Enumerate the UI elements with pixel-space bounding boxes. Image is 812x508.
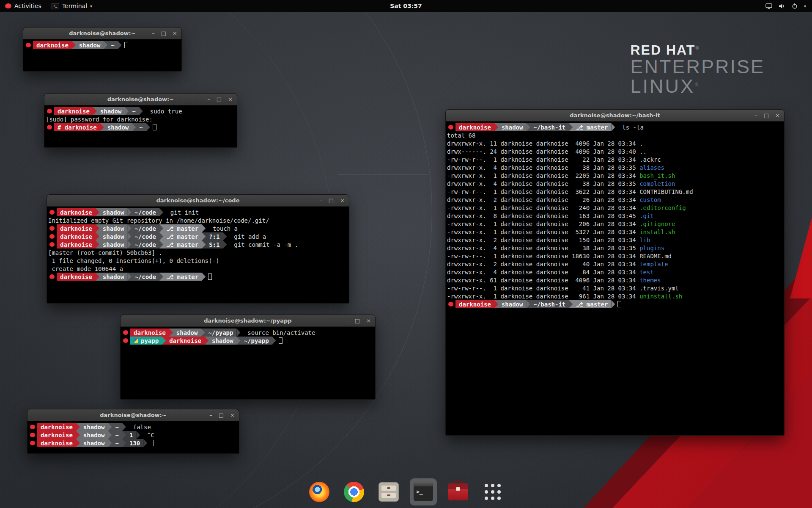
clock[interactable]: Sat 03:57 (390, 3, 422, 9)
python-icon (134, 338, 138, 343)
terminal-text: drwxrwxr-x. 4 darknoise darknoise 38 Jan… (447, 164, 639, 171)
prompt-segment: shadow (99, 208, 128, 216)
redhat-prompt-icon (30, 441, 35, 445)
titlebar[interactable]: darknoise@shadow:~/code–□× (47, 195, 349, 207)
volume-icon[interactable] (779, 3, 785, 9)
maximize-button[interactable]: □ (217, 97, 222, 102)
terminal-text: drwxrwxr-x. 2 darknoise darknoise 26 Jan… (447, 196, 639, 203)
terminal-text: -rwxrwxr-x. 1 darknoise darknoise 2205 J… (447, 172, 639, 179)
terminal-cursor (153, 124, 156, 130)
display-icon[interactable] (765, 3, 772, 9)
powerline-separator (127, 240, 131, 248)
dock-item-app-grid[interactable] (479, 478, 506, 505)
dock-item-chrome[interactable] (340, 478, 368, 505)
prompt-segment: ⎇ master (163, 273, 202, 281)
powerline-separator (93, 107, 97, 115)
prompt-segment: ~ (112, 431, 122, 439)
dock-item-firefox[interactable] (306, 478, 333, 505)
terminal-text: git add a (227, 233, 266, 240)
terminal-content[interactable]: darknoiseshadow~/pyapp source bin/activa… (121, 327, 375, 346)
prompt-segment: ~/code (131, 208, 159, 216)
terminal-content[interactable]: darknoiseshadow~ falsedarknoiseshadow~1 … (27, 421, 239, 449)
terminal-line: darknoiseshadow~/bash-it⎇ master (447, 300, 783, 308)
minimize-button[interactable]: – (152, 30, 155, 36)
power-icon[interactable] (792, 3, 798, 9)
terminal-window-code[interactable]: darknoise@shadow:~/code–□×darknoiseshado… (47, 194, 349, 304)
chevron-down-icon[interactable]: ▾ (804, 4, 806, 8)
terminal-window-exitcodes[interactable]: darknoise@shadow:~–□×darknoiseshadow~ fa… (27, 409, 239, 454)
dock-item-terminal[interactable]: >_ (410, 478, 437, 505)
minimize-button[interactable]: – (207, 97, 210, 102)
prompt-segment: darknoise (37, 439, 76, 447)
window-title: darknoise@shadow:~/pyapp (204, 318, 291, 324)
prompt-segment: pyapp (130, 337, 162, 345)
terminal-text: .ackrc (639, 156, 661, 163)
window-title: darknoise@shadow:~/code (156, 197, 240, 204)
minimize-button[interactable]: – (346, 318, 348, 323)
titlebar[interactable]: darknoise@shadow:~–□× (44, 94, 237, 105)
activities-button[interactable]: Activities (0, 0, 47, 12)
terminal-content[interactable]: darknoiseshadow~/bash-it⎇ master ls -lat… (446, 121, 784, 310)
maximize-button[interactable]: □ (219, 412, 224, 418)
terminal-text: ^C (140, 432, 154, 439)
prompt-segment: ⎇ master (573, 123, 611, 131)
minimize-button[interactable]: – (209, 412, 212, 418)
terminal-text: .. (639, 148, 647, 155)
close-button[interactable]: × (173, 30, 177, 36)
powerline-separator (108, 439, 112, 447)
terminal-text: install.sh (639, 229, 675, 235)
terminal-line: drwxrwxr-x. 4 darknoise darknoise 38 Jan… (447, 163, 783, 171)
terminal-line: -rwxrwxr-x. 1 darknoise darknoise 961 Ja… (447, 292, 783, 300)
terminal-content[interactable]: darknoiseshadow~ sudo true[sudo] passwor… (44, 105, 237, 133)
titlebar[interactable]: darknoise@shadow:~–□× (23, 28, 181, 39)
terminal-window-sudo[interactable]: darknoise@shadow:~–□×darknoiseshadow~ su… (44, 93, 237, 148)
terminal-text: drwx------. 24 darknoise darknoise 4096 … (447, 148, 639, 155)
close-button[interactable]: × (230, 412, 235, 418)
maximize-button[interactable]: □ (161, 30, 166, 36)
registered-mark: ® (695, 82, 700, 87)
window-buttons: –□× (209, 409, 235, 421)
powerline-separator (159, 232, 163, 240)
prompt-segment: darknoise (130, 329, 169, 337)
minimize-button[interactable]: – (319, 198, 322, 203)
terminal-window-pyapp[interactable]: darknoise@shadow:~/pyapp–□×darknoiseshad… (120, 315, 376, 400)
maximize-button[interactable]: □ (764, 113, 769, 118)
maximize-button[interactable]: □ (329, 198, 334, 203)
close-button[interactable]: × (340, 198, 345, 203)
powerline-separator (162, 337, 166, 345)
prompt-segment: shadow (173, 329, 201, 337)
close-button[interactable]: × (775, 113, 780, 118)
close-button[interactable]: × (228, 97, 233, 102)
powerline-separator (118, 41, 122, 49)
prompt-segment: darknoise (455, 300, 494, 308)
close-button[interactable]: × (366, 318, 371, 323)
prompt-segment: ~/code (131, 240, 159, 248)
prompt-segment: shadow (80, 423, 108, 431)
powerline-separator (127, 224, 131, 232)
terminal-icon-titlebar (414, 483, 433, 486)
window-buttons: –□× (152, 28, 177, 39)
titlebar[interactable]: darknoise@shadow:~/pyapp–□× (121, 315, 375, 327)
dock-item-files[interactable] (375, 478, 402, 505)
terminal-content[interactable]: darknoiseshadow~ (23, 39, 181, 51)
terminal-line: drwxrwxr-x. 4 darknoise darknoise 38 Jan… (447, 244, 783, 252)
prompt-segment: ⎇ master (163, 232, 202, 240)
titlebar[interactable]: darknoise@shadow:~–□× (27, 409, 239, 421)
powerline-separator (169, 329, 173, 337)
titlebar[interactable]: darknoise@shadow:~/bash-it–□× (446, 110, 784, 121)
terminal-icon-prompt: >_ (416, 489, 423, 495)
terminal-line: darknoiseshadow~/code git init (48, 208, 348, 216)
app-menu-terminal[interactable]: >_ Terminal ▾ (47, 0, 97, 12)
terminal-window-bash-it[interactable]: darknoise@shadow:~/bash-it–□×darknoisesh… (445, 109, 785, 436)
minimize-button[interactable]: – (754, 113, 757, 118)
terminal-text: aliases (639, 164, 664, 171)
terminal-text: source bin/activate (240, 329, 315, 336)
powerline-separator (125, 107, 129, 115)
terminal-window-home-1[interactable]: darknoise@shadow:~–□×darknoiseshadow~ (23, 27, 182, 72)
powerline-separator (494, 300, 498, 308)
powerline-separator (159, 224, 163, 232)
terminal-line: # darknoiseshadow~ (46, 123, 236, 131)
terminal-content[interactable]: darknoiseshadow~/code git initInitialize… (47, 207, 349, 282)
maximize-button[interactable]: □ (355, 318, 360, 323)
dock-item-toolbox[interactable] (444, 478, 472, 505)
